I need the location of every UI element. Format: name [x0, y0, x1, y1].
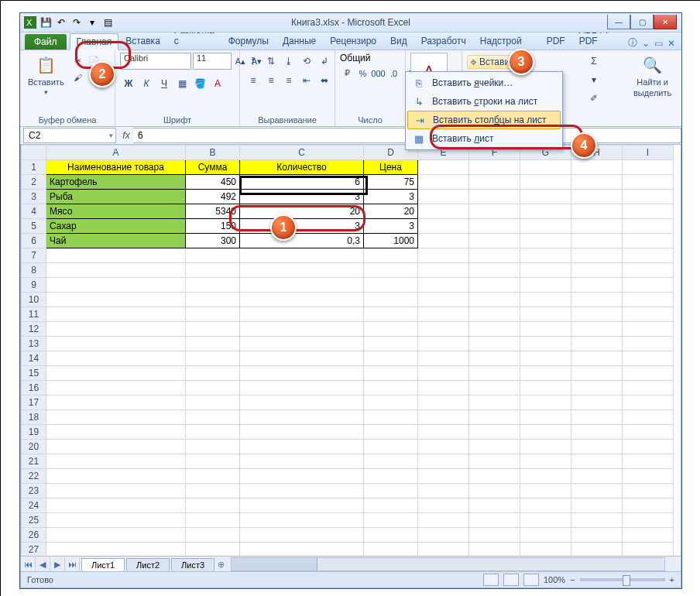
cell-G17[interactable] — [520, 396, 571, 410]
cell-F25[interactable] — [469, 513, 520, 528]
doc-restore-icon[interactable]: ▭ — [654, 38, 663, 49]
cell-G23[interactable] — [520, 484, 571, 498]
tab-last-icon[interactable]: ⏭ — [65, 557, 80, 571]
cell-C15[interactable] — [240, 366, 364, 381]
cell-A24[interactable] — [46, 498, 186, 513]
cell-E16[interactable] — [418, 381, 469, 396]
cell-H17[interactable] — [571, 396, 623, 410]
row-header-6[interactable]: 6 — [22, 234, 46, 248]
sheet-tab-3[interactable]: Лист3 — [171, 558, 214, 571]
cell-I7[interactable] — [623, 248, 674, 263]
cell-G2[interactable] — [520, 175, 571, 190]
col-header-I[interactable]: I — [623, 146, 674, 160]
cell-E10[interactable] — [418, 293, 469, 307]
cell-B20[interactable] — [186, 440, 240, 454]
cell-I3[interactable] — [623, 190, 674, 204]
cell-G12[interactable] — [520, 322, 571, 337]
cell-F21[interactable] — [469, 454, 520, 469]
row-header-22[interactable]: 22 — [22, 469, 46, 484]
cell-A13[interactable] — [46, 337, 186, 351]
cell-F14[interactable] — [469, 351, 520, 366]
cell-I18[interactable] — [623, 410, 674, 425]
cell-G27[interactable] — [520, 543, 571, 557]
cell-I23[interactable] — [623, 484, 674, 498]
cell-D25[interactable] — [364, 513, 418, 528]
merge-icon[interactable]: ⬌ — [316, 72, 333, 89]
cell-G19[interactable] — [520, 425, 571, 440]
cell-B2[interactable]: 450 — [186, 175, 240, 190]
tab-review[interactable]: Рецензиро — [323, 33, 383, 50]
cell-G3[interactable] — [520, 190, 571, 204]
clear-icon[interactable]: ✐ — [585, 90, 602, 107]
cell-G6[interactable] — [520, 234, 571, 248]
cell-E24[interactable] — [418, 498, 469, 513]
cell-G9[interactable] — [520, 278, 571, 293]
cell-E20[interactable] — [418, 440, 469, 454]
orientation-icon[interactable]: ⟲ — [298, 53, 315, 70]
cell-C27[interactable] — [240, 543, 364, 557]
tab-view[interactable]: Вид — [383, 33, 414, 50]
cell-B11[interactable] — [186, 307, 240, 322]
cell-C13[interactable] — [240, 337, 364, 351]
col-header-A[interactable]: A — [46, 146, 186, 160]
cell-A18[interactable] — [46, 410, 186, 425]
cell-H12[interactable] — [571, 322, 623, 337]
cell-I13[interactable] — [623, 337, 674, 351]
cell-C11[interactable] — [240, 307, 364, 322]
cell-E8[interactable] — [418, 263, 469, 278]
format-painter-icon[interactable]: 🖌 — [70, 70, 86, 85]
cell-D10[interactable] — [364, 293, 418, 307]
horizontal-scrollbar[interactable] — [231, 557, 665, 571]
find-select-button[interactable]: 🔍 Найти и выделить — [630, 53, 674, 99]
cell-G10[interactable] — [520, 293, 571, 307]
cell-F27[interactable] — [469, 543, 520, 557]
zoom-out-icon[interactable]: − — [570, 575, 575, 584]
cell-H6[interactable] — [571, 234, 623, 248]
cell-D2[interactable]: 75 — [364, 175, 418, 190]
cell-I11[interactable] — [623, 307, 674, 322]
cell-C10[interactable] — [240, 293, 364, 307]
cell-D14[interactable] — [364, 351, 418, 366]
cell-H13[interactable] — [571, 337, 623, 351]
cell-E5[interactable] — [418, 219, 469, 234]
cell-D22[interactable] — [364, 469, 418, 484]
cell-E13[interactable] — [418, 337, 469, 351]
cell-G20[interactable] — [520, 440, 571, 454]
cell-A15[interactable] — [46, 366, 186, 381]
cell-B13[interactable] — [186, 337, 240, 351]
cell-H3[interactable] — [571, 190, 623, 204]
cell-F9[interactable] — [469, 278, 520, 293]
cell-B10[interactable] — [186, 293, 240, 307]
sheet-tab-1[interactable]: Лист1 — [81, 558, 125, 571]
cell-A12[interactable] — [46, 322, 186, 337]
cell-E18[interactable] — [418, 410, 469, 425]
cell-H2[interactable] — [571, 175, 623, 190]
row-header-5[interactable]: 5 — [22, 219, 46, 234]
cell-H26[interactable] — [571, 528, 623, 543]
qat-dropdown-icon[interactable]: ▾ — [85, 15, 99, 29]
cell-C25[interactable] — [240, 513, 364, 528]
cell-I1[interactable] — [623, 160, 674, 175]
bold-button[interactable]: Ж — [120, 75, 137, 92]
cell-D5[interactable]: 3 — [364, 219, 418, 234]
tab-first-icon[interactable]: ⏮ — [21, 557, 36, 571]
cell-I17[interactable] — [623, 396, 674, 410]
row-header-25[interactable]: 25 — [22, 513, 46, 528]
cell-H16[interactable] — [571, 381, 623, 396]
cell-H9[interactable] — [571, 278, 623, 293]
tab-prev-icon[interactable]: ◀ — [36, 557, 50, 571]
cell-H11[interactable] — [571, 307, 623, 322]
row-header-1[interactable]: 1 — [22, 160, 46, 175]
cell-B1[interactable]: Сумма — [186, 160, 240, 175]
undo-icon[interactable]: ↶ — [54, 15, 68, 29]
cell-H7[interactable] — [571, 248, 623, 263]
cell-E23[interactable] — [418, 484, 469, 498]
worksheet-grid[interactable]: ABCDEFGHI1Наименование товараСуммаКоличе… — [21, 145, 681, 556]
row-header-19[interactable]: 19 — [22, 425, 46, 440]
cell-G15[interactable] — [520, 366, 571, 381]
cell-F16[interactable] — [469, 381, 520, 396]
cell-F20[interactable] — [469, 440, 520, 454]
cell-A14[interactable] — [46, 351, 186, 366]
row-header-16[interactable]: 16 — [22, 381, 46, 396]
row-header-13[interactable]: 13 — [22, 337, 46, 351]
